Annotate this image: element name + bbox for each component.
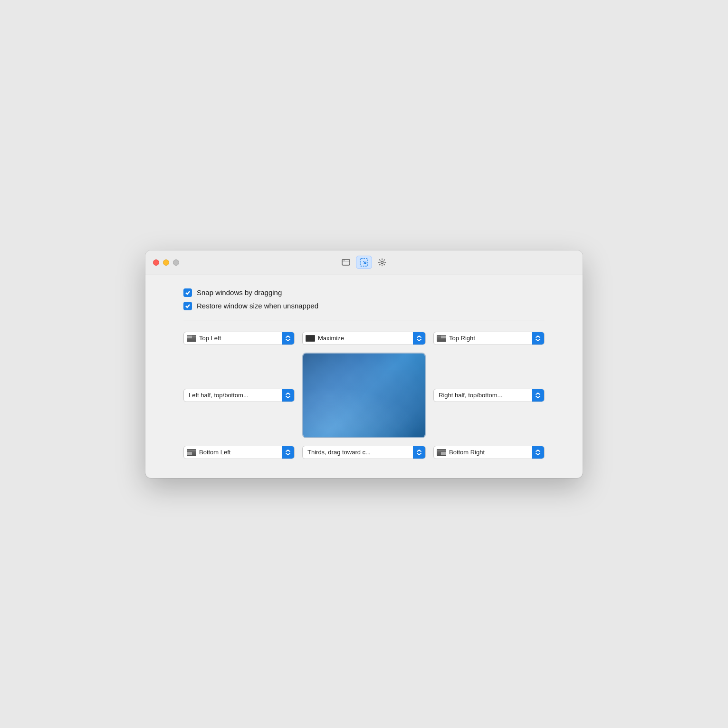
gear-tab-button[interactable] [374,256,390,269]
left-half-dropdown[interactable]: Left half, top/bottom... [183,389,295,402]
bottom-left-arrow[interactable] [282,446,294,459]
snap-drag-checkbox[interactable] [183,288,192,297]
svg-point-4 [381,261,383,264]
close-button[interactable] [153,259,159,266]
restore-size-checkbox[interactable] [183,302,192,310]
bottom-left-icon [187,449,196,456]
thirds-arrow[interactable] [413,446,425,459]
right-half-arrow[interactable] [532,389,544,402]
top-right-icon [437,335,446,342]
maximize-label: Maximize [318,335,413,342]
top-left-arrow[interactable] [282,332,294,345]
maximize-icon [306,335,315,342]
snap-drag-row: Snap windows by dragging [183,288,545,297]
gear-icon [378,258,386,267]
thirds-label: Thirds, drag toward c... [306,449,413,456]
chevron-updown-icon-7 [416,449,422,456]
bottom-left-label: Bottom Left [199,449,282,456]
restore-size-row: Restore window size when unsnapped [183,302,545,310]
chevron-updown-icon-4 [285,392,291,399]
bottom-right-dropdown[interactable]: Bottom Right [433,446,545,459]
top-right-label: Top Right [449,335,532,342]
bottom-left-dropdown[interactable]: Bottom Left [183,446,295,459]
divider [183,320,545,320]
top-left-label: Top Left [199,335,282,342]
wallpaper-preview [303,354,425,437]
checkboxes-section: Snap windows by dragging Restore window … [183,288,545,310]
top-right-dropdown[interactable]: Top Right [433,332,545,345]
toolbar [338,256,390,269]
main-window: Snap windows by dragging Restore window … [145,250,583,478]
chevron-updown-icon [285,335,291,342]
preview-area [302,353,426,438]
window-tab-button[interactable] [338,256,354,269]
top-right-arrow[interactable] [532,332,544,345]
right-half-dropdown[interactable]: Right half, top/bottom... [433,389,545,402]
chevron-updown-icon-3 [535,335,541,342]
traffic-lights [153,259,179,266]
snap-grid: Top Left Maximize Top Right [183,332,545,459]
maximize-dropdown[interactable]: Maximize [302,332,426,345]
chevron-updown-icon-8 [535,449,541,456]
chevron-updown-icon-2 [416,335,422,342]
bottom-right-icon [437,449,446,456]
window-icon [342,259,350,266]
snap-drag-label: Snap windows by dragging [197,288,282,297]
content-area: Snap windows by dragging Restore window … [145,275,583,478]
left-half-label: Left half, top/bottom... [187,392,282,399]
snap-tab-button[interactable] [356,256,372,269]
bottom-right-label: Bottom Right [449,449,532,456]
titlebar [145,250,583,275]
left-half-arrow[interactable] [282,389,294,402]
minimize-button[interactable] [163,259,169,266]
snap-icon [360,258,368,267]
thirds-dropdown[interactable]: Thirds, drag toward c... [302,446,426,459]
chevron-updown-icon-5 [535,392,541,399]
restore-size-label: Restore window size when unsnapped [197,302,318,310]
bottom-right-arrow[interactable] [532,446,544,459]
top-left-dropdown[interactable]: Top Left [183,332,295,345]
maximize-arrow[interactable] [413,332,425,345]
chevron-updown-icon-6 [285,449,291,456]
right-half-label: Right half, top/bottom... [437,392,532,399]
svg-rect-0 [342,259,350,265]
top-left-icon [187,335,196,342]
zoom-button[interactable] [173,259,179,266]
